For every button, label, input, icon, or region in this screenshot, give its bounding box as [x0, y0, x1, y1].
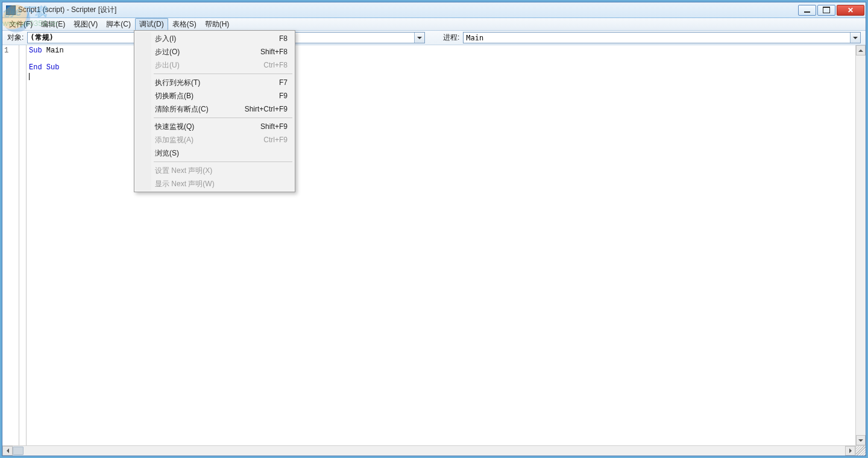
- breakpoint-margin[interactable]: [19, 45, 27, 445]
- code-text: Main: [42, 46, 64, 55]
- proc-combo-drop-icon[interactable]: [850, 33, 860, 43]
- menu-clear-breakpoints[interactable]: 清除所有断点(C) Shirt+Ctrl+F9: [136, 102, 294, 116]
- minimize-button[interactable]: [798, 5, 816, 16]
- menu-browse[interactable]: 浏览(S): [136, 146, 294, 160]
- menu-item-shortcut: Ctrl+F9: [263, 136, 288, 144]
- window-title: Script1 (script) - Scripter [设计]: [18, 5, 798, 15]
- object-label: 对象:: [7, 33, 24, 43]
- menu-separator: [154, 118, 292, 118]
- menu-item-shortcut: Shift+F8: [260, 48, 288, 56]
- proc-combo-value: Main: [466, 34, 483, 42]
- line-number: 1: [2, 46, 19, 55]
- debug-menu-dropdown: 步入(I) F8 步过(O) Shift+F8 步出(U) Ctrl+F8 执行…: [134, 30, 295, 192]
- menu-set-next-statement: 设置 Next 声明(X): [136, 164, 294, 177]
- menu-toggle-breakpoint[interactable]: 切换断点(B) F9: [136, 89, 294, 102]
- menu-table[interactable]: 表格(S): [168, 18, 201, 30]
- app-window: Script1 (script) - Scripter [设计] ✕ 文件(F)…: [2, 2, 866, 456]
- menu-script[interactable]: 脚本(C): [102, 18, 135, 30]
- vertical-scrollbar[interactable]: [855, 45, 866, 445]
- scroll-left-button[interactable]: [2, 446, 13, 456]
- menu-item-label: 显示 Next 声明(W): [155, 179, 215, 189]
- scroll-up-button[interactable]: [856, 45, 866, 55]
- code-keyword: End Sub: [29, 63, 59, 72]
- menu-item-shortcut: Shirt+Ctrl+F9: [245, 105, 288, 113]
- menu-item-shortcut: F7: [279, 78, 288, 87]
- object-combo-drop-icon[interactable]: [414, 33, 424, 43]
- menu-item-shortcut: Ctrl+F8: [263, 61, 288, 69]
- menu-item-shortcut: F9: [279, 92, 288, 100]
- size-grip[interactable]: [855, 446, 866, 456]
- menu-quick-watch[interactable]: 快速监视(Q) Shift+F9: [136, 120, 294, 133]
- title-bar[interactable]: Script1 (script) - Scripter [设计] ✕: [2, 2, 866, 18]
- text-caret: [29, 73, 30, 80]
- menu-add-watch: 添加监视(A) Ctrl+F9: [136, 133, 294, 146]
- maximize-button[interactable]: [817, 5, 835, 16]
- menu-item-label: 步入(I): [155, 34, 176, 44]
- scroll-right-button[interactable]: [845, 446, 855, 456]
- object-proc-toolbar: 对象: (常规) 进程: Main: [2, 31, 866, 45]
- menu-item-shortcut: Shift+F9: [260, 122, 288, 131]
- proc-combo[interactable]: Main: [463, 32, 861, 43]
- menu-separator: [154, 74, 292, 74]
- menu-separator: [154, 162, 292, 162]
- menu-item-label: 清除所有断点(C): [155, 104, 209, 114]
- app-icon: [6, 5, 16, 15]
- object-combo-value: (常规): [30, 33, 53, 43]
- close-button[interactable]: ✕: [837, 5, 864, 16]
- menu-item-label: 步出(U): [155, 60, 180, 71]
- menu-view[interactable]: 视图(V): [69, 18, 102, 30]
- menu-item-label: 设置 Next 声明(X): [155, 166, 212, 176]
- window-buttons: ✕: [798, 5, 864, 16]
- menu-step-over[interactable]: 步过(O) Shift+F8: [136, 45, 294, 58]
- proc-label: 进程:: [443, 33, 459, 43]
- editor-area: 1 Sub Main End Sub: [2, 45, 866, 445]
- horizontal-scrollbar[interactable]: [2, 445, 866, 456]
- menu-step-out: 步出(U) Ctrl+F8: [136, 58, 294, 72]
- menu-item-label: 切换断点(B): [155, 91, 193, 101]
- menu-item-shortcut: F8: [279, 34, 288, 43]
- menu-bar: 文件(F) 编辑(E) 视图(V) 脚本(C) 调试(D) 表格(S) 帮助(H…: [2, 18, 866, 31]
- menu-item-label: 浏览(S): [155, 148, 179, 158]
- menu-help[interactable]: 帮助(H): [201, 18, 234, 30]
- hscroll-thumb[interactable]: [13, 447, 24, 455]
- line-gutter: 1: [2, 45, 19, 445]
- menu-item-label: 添加监视(A): [155, 135, 193, 145]
- menu-item-label: 执行到光标(T): [155, 78, 200, 88]
- code-keyword: Sub: [29, 46, 42, 55]
- scroll-down-button[interactable]: [856, 435, 866, 445]
- menu-show-next-statement: 显示 Next 声明(W): [136, 177, 294, 190]
- menu-step-into[interactable]: 步入(I) F8: [136, 32, 294, 45]
- hscroll-track[interactable]: [13, 446, 845, 456]
- menu-edit[interactable]: 编辑(E): [37, 18, 69, 30]
- menu-item-label: 快速监视(Q): [155, 122, 194, 132]
- menu-debug[interactable]: 调试(D): [135, 18, 168, 30]
- menu-run-to-cursor[interactable]: 执行到光标(T) F7: [136, 76, 294, 89]
- menu-item-label: 步过(O): [155, 47, 180, 57]
- menu-file[interactable]: 文件(F): [5, 18, 37, 30]
